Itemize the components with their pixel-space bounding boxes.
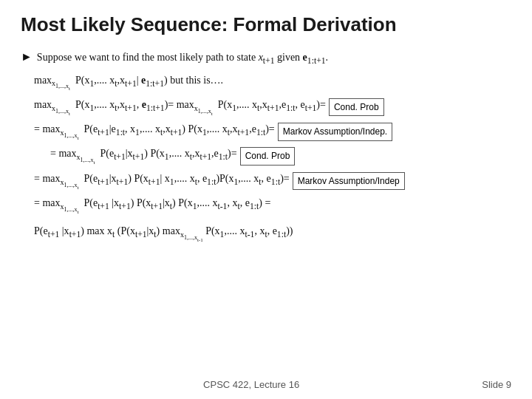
line4-text: = maxx1,...,xt P(et+1|e1:t, x1,.... xt,x… [34,120,275,143]
line8-text: P(et+1 |xt+1) max xt (P(xt+1|xt) maxx1,.… [34,222,293,245]
badge-cond-prob-2: Cond. Prob [240,147,296,165]
line1-text: Suppose we want to find the most likely … [37,49,328,69]
line-6: = maxx1,...,xt P(et+1|xt+1) P(xt+1| x1,.… [34,170,511,192]
line-1: ► Suppose we want to find the most likel… [21,47,511,69]
line-7: = maxx1,...,xt P(et+1 |xt+1) P(xt+1|xt) … [34,194,511,216]
line2-text: maxx1,...,xt P(x1,.... xt,xt+1| e1:t+1) … [34,72,223,94]
line7-text: = maxx1,...,xt P(et+1 |xt+1) P(xt+1|xt) … [34,194,270,216]
footer-center: CPSC 422, Lecture 16 [203,379,299,390]
content-area: ► Suppose we want to find the most likel… [21,47,511,245]
slide: Most Likely Sequence: Formal Derivation … [0,0,532,399]
line-3: maxx1,...,xt P(x1,.... xt,xt+1, e1:t+1)=… [34,96,511,118]
line3-text: maxx1,...,xt P(x1,.... xt,xt+1, e1:t+1)=… [34,96,326,118]
line-2: maxx1,...,xt P(x1,.... xt,xt+1| e1:t+1) … [34,72,511,94]
badge-cond-prob-1: Cond. Prob [329,98,384,116]
line-4: = maxx1,...,xt P(et+1|e1:t, x1,.... xt,x… [34,120,511,143]
badge-markov-2: Markov Assumption/Indep [293,172,405,190]
line-5: = maxx1,...,xt P(et+1|xt+1) P(x1,.... xt… [50,145,511,167]
footer-right: Slide 9 [482,379,511,390]
bullet-1: ► [21,47,33,66]
line5-text: = maxx1,...,xt P(et+1|xt+1) P(x1,.... xt… [50,145,237,167]
line6-text: = maxx1,...,xt P(et+1|xt+1) P(xt+1| x1,.… [34,170,290,192]
slide-title: Most Likely Sequence: Formal Derivation [21,13,511,36]
footer: CPSC 422, Lecture 16 Slide 9 [0,379,532,390]
line-8: P(et+1 |xt+1) max xt (P(xt+1|xt) maxx1,.… [34,222,511,245]
badge-markov-1: Markov Assumption/Indep. [278,123,392,140]
